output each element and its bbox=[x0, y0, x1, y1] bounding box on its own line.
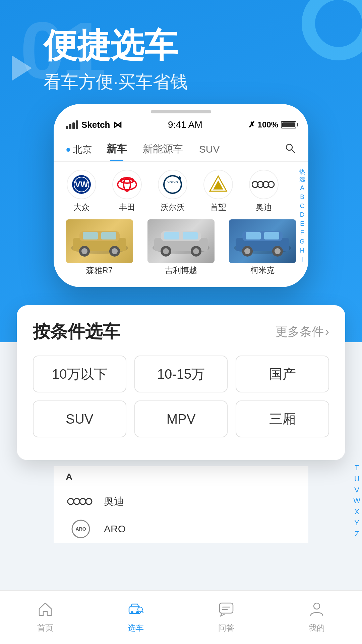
tab-suv[interactable]: SUV bbox=[191, 139, 228, 160]
tab-bar-qa[interactable]: 问答 bbox=[181, 591, 272, 644]
alpha-w[interactable]: W bbox=[353, 496, 360, 506]
filter-card: 按条件选车 更多条件 › 10万以下 10-15万 国产 SUV MPV 三厢 bbox=[17, 305, 345, 460]
alpha-b[interactable]: B bbox=[300, 193, 304, 201]
svg-point-53 bbox=[136, 611, 139, 614]
tab-bar: 首页 选车 问答 bbox=[0, 590, 362, 644]
svg-point-46 bbox=[74, 498, 80, 504]
home-icon bbox=[38, 601, 53, 621]
tab-bar-qa-label: 问答 bbox=[218, 623, 234, 633]
tab-new-energy[interactable]: 新能源车 bbox=[135, 138, 191, 161]
svg-point-44 bbox=[275, 248, 281, 254]
alphabet-sidebar[interactable]: 热选 A B C D E F G H I bbox=[299, 168, 305, 264]
car-item-senya[interactable]: 森雅R7 bbox=[60, 219, 138, 276]
filter-btn-domestic[interactable]: 国产 bbox=[236, 356, 329, 392]
car-image-geely bbox=[147, 219, 215, 263]
svg-point-42 bbox=[244, 248, 250, 254]
alpha-f[interactable]: F bbox=[300, 229, 304, 237]
alphabet-sidebar-bottom[interactable]: T U V W X Y Z bbox=[352, 460, 362, 543]
brand-name-volvo: 沃尔沃 bbox=[161, 202, 185, 213]
tab-new-car[interactable]: 新车 bbox=[99, 138, 135, 161]
search-button[interactable] bbox=[284, 142, 296, 157]
tab-bar-home[interactable]: 首页 bbox=[0, 591, 90, 644]
alpha-c[interactable]: C bbox=[300, 202, 305, 210]
filter-more-button[interactable]: 更多条件 › bbox=[276, 324, 329, 340]
page-title: 便捷选车 bbox=[44, 27, 188, 64]
brand-name-sw: 首望 bbox=[210, 202, 226, 213]
alpha-z[interactable]: Z bbox=[355, 529, 359, 539]
phone-mockup: Sketch ⋈ 9:41 AM ✗ 100% ● 北京 新车 新能源车 SUV bbox=[54, 104, 308, 287]
phone-notch bbox=[151, 110, 211, 113]
alpha-i[interactable]: I bbox=[301, 256, 303, 264]
brand-item-vw[interactable]: VW 大众 bbox=[60, 170, 103, 213]
car-grid: 森雅R7 吉利博越 bbox=[54, 216, 308, 280]
alpha-g[interactable]: G bbox=[300, 237, 305, 246]
brand-item-audi[interactable]: 奥迪 bbox=[243, 170, 285, 213]
svg-point-33 bbox=[163, 248, 169, 254]
list-brand-name-audi: 奥迪 bbox=[104, 495, 124, 508]
svg-text:VOLVO: VOLVO bbox=[168, 180, 178, 184]
alpha-a[interactable]: A bbox=[300, 184, 304, 192]
svg-point-35 bbox=[193, 248, 199, 254]
brand-item-toyota[interactable]: 丰田 bbox=[106, 170, 148, 213]
alpha-h[interactable]: H bbox=[300, 247, 305, 255]
carrier-label: Sketch bbox=[81, 120, 110, 130]
brand-logo-sw bbox=[203, 170, 233, 199]
car-name-kamiq: 柯米克 bbox=[250, 265, 275, 276]
alpha-x[interactable]: X bbox=[354, 507, 359, 517]
svg-rect-21 bbox=[83, 232, 98, 239]
filter-btn-sedan[interactable]: 三厢 bbox=[236, 400, 329, 437]
battery-icon bbox=[281, 121, 296, 128]
filter-row-2: SUV MPV 三厢 bbox=[33, 400, 329, 437]
svg-rect-40 bbox=[264, 232, 279, 239]
svg-point-26 bbox=[112, 248, 118, 254]
status-bar: Sketch ⋈ 9:41 AM ✗ 100% bbox=[54, 113, 308, 134]
brand-name-audi: 奥迪 bbox=[256, 202, 272, 213]
filter-btn-suv[interactable]: SUV bbox=[33, 400, 126, 437]
filter-btn-mpv[interactable]: MPV bbox=[134, 400, 228, 437]
svg-text:VW: VW bbox=[75, 180, 88, 189]
filter-card-title: 按条件选车 bbox=[33, 320, 120, 343]
alpha-y[interactable]: Y bbox=[354, 518, 359, 528]
list-brand-name-aro: ARO bbox=[104, 523, 126, 535]
status-right: ✗ 100% bbox=[248, 120, 296, 129]
tab-bar-select-car[interactable]: 选车 bbox=[90, 591, 181, 644]
location-selector[interactable]: ● 北京 bbox=[66, 143, 92, 156]
svg-text:ARO: ARO bbox=[75, 526, 86, 532]
car-search-icon bbox=[128, 601, 143, 621]
svg-point-45 bbox=[68, 498, 74, 504]
alpha-e[interactable]: E bbox=[300, 220, 304, 228]
brand-logo-toyota bbox=[112, 170, 142, 199]
alpha-hot[interactable]: 热选 bbox=[299, 168, 305, 183]
brand-logo-volvo: VOLVO bbox=[158, 170, 187, 199]
section-letter-a: A bbox=[54, 466, 295, 488]
status-left: Sketch ⋈ bbox=[66, 120, 122, 130]
alpha-v[interactable]: V bbox=[354, 485, 359, 495]
status-time: 9:41 AM bbox=[168, 119, 202, 130]
deco-arrow bbox=[12, 55, 32, 81]
chat-icon bbox=[219, 601, 234, 621]
alpha-u[interactable]: U bbox=[354, 474, 360, 484]
brand-item-sw[interactable]: 首望 bbox=[197, 170, 239, 213]
svg-rect-39 bbox=[246, 232, 261, 239]
brand-item-volvo[interactable]: VOLVO 沃尔沃 bbox=[152, 170, 194, 213]
brand-grid: VW 大众 丰田 bbox=[54, 162, 292, 216]
car-item-geely[interactable]: 吉利博越 bbox=[142, 219, 220, 276]
brand-name-vw: 大众 bbox=[73, 202, 89, 213]
svg-rect-30 bbox=[164, 232, 179, 239]
alpha-t[interactable]: T bbox=[355, 463, 359, 473]
bluetooth-icon: ✗ bbox=[248, 120, 255, 129]
filter-btn-10-15[interactable]: 10-15万 bbox=[134, 356, 228, 392]
alpha-d[interactable]: D bbox=[300, 211, 305, 219]
tab-bar-home-label: 首页 bbox=[37, 623, 53, 633]
car-name-senya: 森雅R7 bbox=[86, 265, 113, 276]
filter-btn-under10[interactable]: 10万以下 bbox=[33, 356, 126, 392]
tab-bar-select-label: 选车 bbox=[128, 623, 144, 633]
brand-list-item-aro[interactable]: ARO ARO bbox=[54, 515, 295, 543]
chevron-right-icon: › bbox=[325, 325, 329, 339]
car-item-kamiq[interactable]: 柯米克 bbox=[224, 219, 302, 276]
location-pin-icon: ● bbox=[66, 144, 71, 155]
brand-list-item-audi[interactable]: 奥迪 bbox=[54, 488, 295, 515]
svg-rect-31 bbox=[183, 232, 198, 239]
brand-name-toyota: 丰田 bbox=[119, 202, 135, 213]
tab-bar-mine[interactable]: 我的 bbox=[272, 591, 362, 644]
